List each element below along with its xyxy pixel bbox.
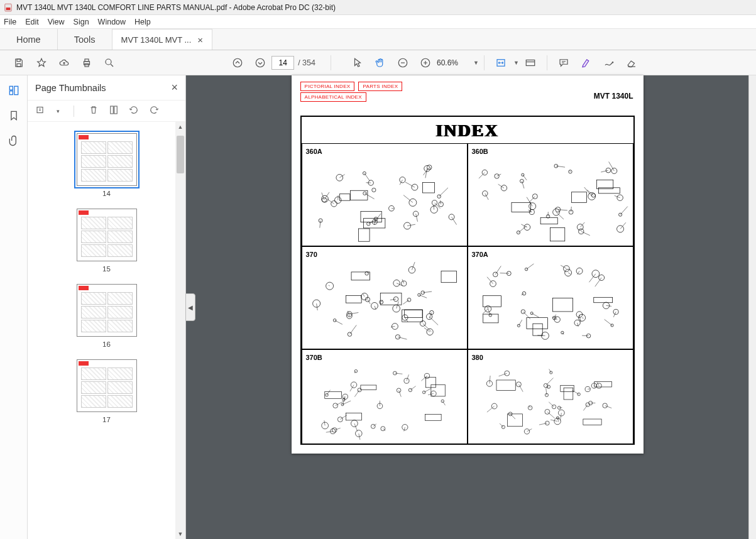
svg-line-28	[337, 195, 338, 200]
fit-width-icon[interactable]	[495, 57, 507, 68]
svg-point-349	[544, 410, 549, 415]
attachment-rail-icon[interactable]	[8, 134, 20, 147]
collapse-panel-icon[interactable]: ◀	[185, 293, 195, 321]
page-number-input[interactable]	[271, 56, 294, 70]
thumbnail-label: 16	[102, 340, 111, 348]
zoom-caret-icon[interactable]: ▼	[473, 60, 479, 66]
svg-point-41	[403, 222, 410, 229]
zoom-in-icon[interactable]	[420, 57, 431, 68]
svg-line-214	[518, 320, 522, 325]
index-cell[interactable]: 370B	[302, 349, 468, 444]
svg-rect-365	[564, 388, 573, 400]
delete-icon[interactable]	[88, 104, 99, 118]
svg-line-54	[439, 188, 447, 197]
thumbnail-page[interactable]: 15	[28, 209, 185, 273]
svg-line-318	[545, 378, 553, 386]
page-count: / 354	[298, 58, 315, 67]
scroll-down-icon[interactable]: ▼	[175, 529, 185, 539]
zoom-out-icon[interactable]	[397, 57, 408, 68]
svg-line-34	[400, 180, 402, 185]
thumbnail-page[interactable]: 17	[28, 359, 185, 423]
menu-edit[interactable]: Edit	[25, 18, 39, 26]
read-mode-icon[interactable]	[525, 57, 536, 68]
index-cell-code: 380	[472, 354, 629, 361]
svg-line-188	[405, 317, 408, 322]
document-viewport[interactable]: ◀ PICTORIAL INDEX PARTS INDEX ALPHABETIC…	[186, 75, 748, 539]
scroll-thumb[interactable]	[177, 136, 184, 173]
page-up-icon[interactable]	[232, 57, 243, 68]
highlight-icon[interactable]	[581, 57, 592, 68]
tab-tools[interactable]: Tools	[58, 29, 112, 50]
close-thumbnails-icon[interactable]: ×	[171, 81, 178, 94]
index-cell[interactable]: 380	[468, 349, 633, 444]
thumbnails-rail-icon[interactable]	[8, 84, 20, 97]
menu-view[interactable]: View	[48, 18, 65, 26]
svg-line-62	[434, 203, 440, 209]
svg-point-7	[106, 59, 111, 65]
thumbnail-page[interactable]: 14	[28, 133, 185, 197]
page-down-icon[interactable]	[255, 57, 266, 68]
svg-point-143	[326, 282, 333, 290]
pdf-icon	[4, 3, 13, 12]
svg-rect-134	[571, 192, 586, 203]
thumbnail-label: 14	[102, 190, 111, 197]
link-alphabetical-index[interactable]: ALPHABETICAL INDEX	[300, 92, 366, 102]
comment-icon[interactable]	[558, 57, 569, 68]
svg-rect-136	[596, 180, 613, 188]
svg-line-358	[557, 418, 558, 422]
svg-line-90	[571, 207, 571, 212]
scroll-up-icon[interactable]: ▲	[175, 122, 185, 132]
right-rail[interactable]	[748, 75, 756, 539]
svg-point-231	[493, 272, 498, 277]
bookmark-rail-icon[interactable]	[8, 109, 20, 122]
svg-line-124	[569, 170, 570, 172]
svg-line-298	[326, 432, 332, 433]
svg-line-172	[316, 303, 317, 310]
save-icon[interactable]	[13, 57, 25, 68]
svg-rect-309	[425, 414, 441, 420]
draw-icon[interactable]	[603, 57, 615, 68]
menu-sign[interactable]: Sign	[74, 18, 89, 26]
link-pictorial-index[interactable]: PICTORIAL INDEX	[300, 82, 355, 91]
svg-line-180	[374, 306, 375, 310]
cloud-sync-icon[interactable]	[58, 57, 70, 68]
svg-line-148	[429, 317, 438, 325]
svg-point-219	[613, 309, 618, 314]
svg-rect-15	[9, 86, 13, 90]
thumbnails-scrollbar[interactable]: ▲ ▼	[175, 122, 185, 539]
erase-icon[interactable]	[626, 57, 637, 68]
diagram-image	[472, 159, 629, 242]
svg-point-95	[606, 168, 611, 173]
svg-line-66	[415, 214, 417, 221]
zoom-level[interactable]: 60.6%	[437, 58, 472, 67]
rotate-ccw-icon[interactable]	[128, 104, 140, 118]
svg-line-50	[319, 220, 320, 228]
index-cell[interactable]: 360A	[302, 143, 468, 246]
index-cell[interactable]: 360B	[468, 143, 633, 246]
menu-file[interactable]: File	[4, 18, 16, 26]
index-cell[interactable]: 370A	[468, 246, 633, 349]
star-icon[interactable]	[36, 57, 47, 68]
thumb-options-caret-icon[interactable]: ▾	[57, 108, 60, 114]
tab-document[interactable]: MVT 1340L MVT ... ×	[112, 29, 213, 50]
menu-help[interactable]: Help	[134, 18, 151, 26]
svg-point-255	[332, 403, 337, 408]
fit-caret-icon[interactable]: ▼	[513, 60, 519, 66]
thumbnails-list[interactable]: 14151617 ▲ ▼	[28, 122, 185, 539]
hand-icon[interactable]	[375, 57, 386, 68]
thumb-options-icon[interactable]	[35, 104, 47, 118]
index-cell[interactable]: 370	[302, 246, 468, 349]
tab-home[interactable]: Home	[0, 29, 58, 50]
rotate-cw-icon[interactable]	[148, 104, 160, 118]
left-rail	[0, 75, 28, 539]
link-parts-index[interactable]: PARTS INDEX	[358, 82, 402, 91]
close-tab-icon[interactable]: ×	[197, 35, 203, 45]
thumbnail-page[interactable]: 16	[28, 284, 185, 348]
svg-rect-248	[552, 298, 572, 312]
pointer-icon[interactable]	[352, 57, 363, 68]
svg-line-270	[406, 374, 408, 381]
print-pages-icon[interactable]	[108, 104, 119, 118]
menu-window[interactable]: Window	[98, 18, 126, 26]
print-icon[interactable]	[81, 57, 92, 68]
search-icon[interactable]	[104, 57, 115, 68]
